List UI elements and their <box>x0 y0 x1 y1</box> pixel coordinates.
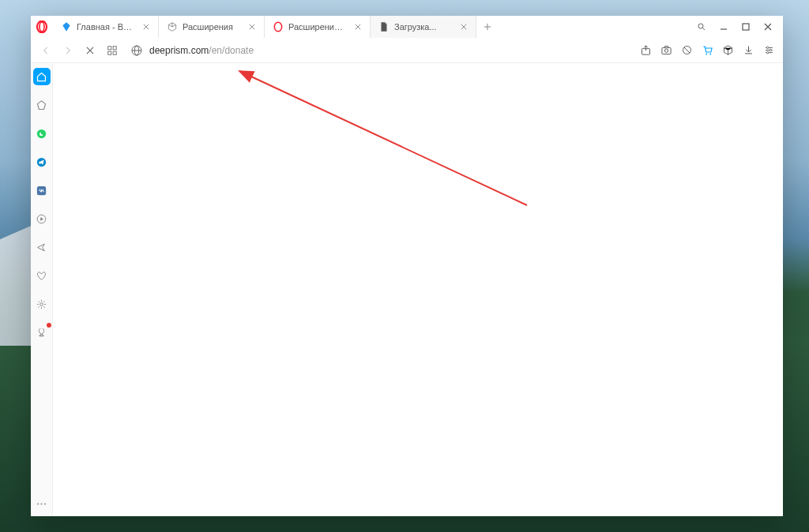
svg-rect-7 <box>108 51 111 54</box>
tab-3-active[interactable]: Загрузка... <box>371 16 476 38</box>
svg-point-27 <box>44 503 46 504</box>
tab-title: Расширение Proxy Free V <box>288 22 348 32</box>
svg-rect-8 <box>113 51 116 54</box>
svg-rect-4 <box>743 24 749 30</box>
svg-rect-6 <box>113 46 116 49</box>
tab-title: Расширения <box>182 22 242 32</box>
opera-menu-button[interactable] <box>31 21 53 33</box>
document-icon <box>378 21 389 32</box>
close-window-button[interactable] <box>758 16 778 38</box>
svg-point-20 <box>37 129 46 137</box>
url-host: deeprism.com <box>149 45 209 56</box>
svg-point-16 <box>709 54 711 55</box>
svg-line-29 <box>239 71 527 205</box>
globe-icon <box>130 44 143 57</box>
toolbar-right <box>636 41 778 60</box>
tabs-strip: Главная - Владимир Фирс Расширения Расши… <box>53 16 691 38</box>
sidebar-settings[interactable] <box>33 295 51 313</box>
stop-button[interactable] <box>80 40 100 61</box>
address-bar[interactable]: deeprism.com/en/donate <box>124 40 634 61</box>
tab-1[interactable]: Расширения <box>159 16 265 38</box>
opera-icon <box>273 21 284 32</box>
sidebar-player[interactable] <box>33 210 51 227</box>
sidebar-more[interactable] <box>33 499 51 516</box>
window-controls <box>691 16 783 38</box>
svg-point-25 <box>37 503 39 504</box>
back-button[interactable] <box>36 40 56 61</box>
titlebar: Главная - Владимир Фирс Расширения Расши… <box>31 16 783 38</box>
svg-point-13 <box>664 49 668 52</box>
svg-point-26 <box>41 503 43 504</box>
body-area <box>31 63 783 516</box>
adblock-icon[interactable] <box>677 41 696 60</box>
svg-point-1 <box>40 22 44 32</box>
forward-button[interactable] <box>58 40 78 61</box>
sidebar-vk[interactable] <box>33 182 51 199</box>
svg-point-2 <box>274 22 281 32</box>
svg-point-0 <box>37 21 47 33</box>
easy-setup-icon[interactable] <box>759 41 778 60</box>
svg-point-18 <box>769 49 772 51</box>
tab-title: Главная - Владимир Фирс <box>77 22 136 32</box>
sidebar-speeddial[interactable] <box>33 96 51 114</box>
package-icon[interactable] <box>718 41 737 60</box>
page-content <box>53 63 783 516</box>
search-button[interactable] <box>691 16 712 38</box>
sidebar-whatsapp[interactable] <box>33 125 51 142</box>
sidebar-shopping[interactable] <box>33 324 51 341</box>
tab-0[interactable]: Главная - Владимир Фирс <box>53 16 159 38</box>
tab-2[interactable]: Расширение Proxy Free V <box>265 16 371 38</box>
browser-window: Главная - Владимир Фирс Расширения Расши… <box>31 16 783 516</box>
close-icon[interactable] <box>141 21 152 32</box>
sidebar-home[interactable] <box>33 68 51 85</box>
close-icon[interactable] <box>352 21 363 32</box>
svg-point-24 <box>40 302 43 305</box>
toolbar: deeprism.com/en/donate <box>31 38 783 63</box>
minimize-button[interactable] <box>713 16 734 38</box>
cart-icon[interactable] <box>698 41 717 60</box>
share-icon[interactable] <box>636 41 655 60</box>
svg-point-19 <box>766 51 769 54</box>
screenshot-icon[interactable] <box>657 41 675 60</box>
svg-rect-5 <box>108 46 111 49</box>
sidebar <box>31 63 53 516</box>
sidebar-pinboards[interactable] <box>33 267 51 284</box>
url-text: deeprism.com/en/donate <box>149 45 254 56</box>
svg-point-17 <box>766 47 769 49</box>
svg-point-15 <box>706 54 707 55</box>
close-icon[interactable] <box>458 21 469 32</box>
svg-point-3 <box>698 24 703 28</box>
annotation-arrow <box>53 63 606 260</box>
close-icon[interactable] <box>246 21 258 32</box>
tab-title: Загрузка... <box>394 22 453 32</box>
notification-badge <box>47 323 51 328</box>
downloads-icon[interactable] <box>739 41 758 60</box>
sidebar-flow[interactable] <box>33 238 51 256</box>
new-tab-button[interactable] <box>476 16 499 38</box>
url-path: /en/donate <box>209 45 254 56</box>
speed-dial-button[interactable] <box>102 40 122 61</box>
diamond-icon <box>61 21 72 32</box>
maximize-button[interactable] <box>736 16 756 38</box>
cube-icon <box>167 21 178 32</box>
sidebar-telegram[interactable] <box>33 153 51 170</box>
